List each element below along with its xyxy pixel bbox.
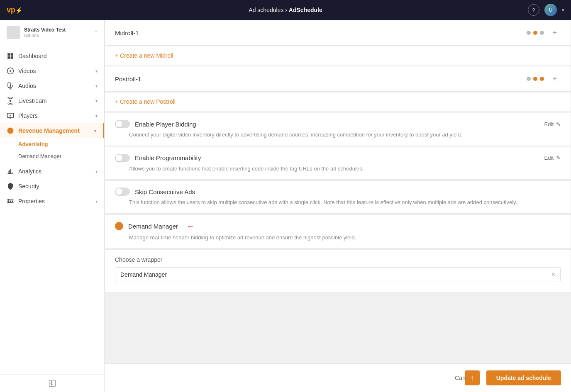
postroll-dot-1 [527, 77, 531, 81]
sidebar-sub-demand-manager[interactable]: Demand Manager [18, 150, 104, 162]
midroll-dot-3 [540, 31, 544, 35]
sidebar-item-label-players: Players [18, 112, 91, 119]
sidebar-item-revenue[interactable]: Revenue Management ▾ [0, 123, 104, 138]
skip-consecutive-header: Skip Consecutive Ads [115, 187, 561, 196]
postroll-dot-3 [540, 77, 544, 81]
midroll-dot-1 [527, 31, 531, 35]
player-bidding-edit[interactable]: Edit ✎ [544, 121, 561, 127]
workspace-caret-icon: ⌃ [94, 30, 98, 35]
sidebar-item-audios[interactable]: Audios ▾ [0, 78, 104, 93]
revenue-caret-icon: ▾ [94, 129, 96, 133]
postroll-dots [527, 77, 544, 81]
skip-consecutive-desc: This function allows the users to skip m… [129, 198, 561, 207]
midroll-add-button[interactable]: + [549, 27, 561, 39]
svg-rect-1 [11, 53, 13, 56]
player-bidding-toggle[interactable] [115, 120, 130, 128]
breadcrumb: Ad schedules › AdSchedule [249, 7, 322, 13]
demand-manager-toggle-on[interactable] [115, 222, 123, 230]
sidebar-item-players[interactable]: Players ▾ [0, 108, 104, 123]
create-midroll-label: + Create a new Midroll [115, 52, 173, 59]
demand-manager-arrow: ← [186, 222, 195, 231]
main-content: Midroll-1 + + Create a new Midroll Postr… [105, 20, 571, 392]
sidebar-item-label-analytics: Analytics [18, 168, 91, 175]
programmability-desc: Allows you to create functions that enab… [129, 165, 561, 173]
postroll-row: Postroll-1 + [115, 73, 561, 85]
demand-manager-header: Demand Manager ← [115, 222, 561, 231]
postroll-add-button[interactable]: + [549, 73, 561, 85]
sidebar-sub-advertising[interactable]: Advertising [18, 138, 104, 150]
workspace-info: Straits Video Test options [24, 27, 90, 38]
workspace-name: Straits Video Test [24, 27, 90, 33]
wrapper-select[interactable]: Demand Manager × [115, 267, 561, 282]
workspace-avatar [7, 26, 20, 39]
create-midroll-button[interactable]: + Create a new Midroll [105, 46, 571, 65]
logo: vp⚡ [7, 6, 22, 15]
videos-caret-icon: ▾ [95, 69, 98, 73]
audios-caret-icon: ▾ [95, 84, 98, 88]
sidebar-item-label-revenue: Revenue Management [18, 127, 90, 134]
analytics-caret-icon: ▾ [95, 169, 98, 174]
midroll-title: Midroll-1 [115, 29, 522, 37]
sidebar-item-videos[interactable]: Videos ▾ [0, 63, 104, 78]
content-area: Midroll-1 + + Create a new Midroll Postr… [105, 20, 571, 363]
edit-icon-player-bidding: ✎ [556, 121, 561, 127]
svg-point-15 [10, 201, 11, 202]
create-postroll-button[interactable]: + Create a new Postroll [105, 93, 571, 111]
postroll-card: Postroll-1 + [105, 66, 571, 92]
skip-consecutive-toggle[interactable] [115, 187, 130, 196]
player-bidding-feature: Enable Player Bidding Edit ✎ Connect you… [105, 113, 571, 146]
midroll-dots [527, 31, 544, 35]
midroll-row: Midroll-1 + [115, 27, 561, 39]
breadcrumb-current: AdSchedule [289, 7, 322, 13]
svg-marker-11 [10, 115, 12, 117]
create-postroll-label: + Create a new Postroll [115, 98, 176, 105]
demand-manager-desc: Manage real-time header bidding to optim… [129, 234, 561, 242]
sidebar-collapse-button[interactable] [0, 374, 104, 392]
player-bidding-title: Enable Player Bidding [135, 121, 196, 128]
scroll-to-top-button[interactable]: ↑ [465, 370, 480, 385]
sidebar-item-dashboard[interactable]: Dashboard [0, 49, 104, 63]
sidebar-item-properties[interactable]: Properties ▾ [0, 194, 104, 209]
programmability-feature: Enable Programmability Edit ✎ Allows you… [105, 147, 571, 180]
svg-point-14 [8, 201, 9, 202]
player-bidding-header: Enable Player Bidding Edit ✎ [115, 120, 561, 128]
sidebar-item-analytics[interactable]: Analytics ▾ [0, 164, 104, 179]
demand-manager-feature: Demand Manager ← Manage real-time header… [105, 214, 571, 249]
breadcrumb-prefix: Ad schedules [249, 7, 283, 13]
collapse-sidebar-icon [49, 380, 56, 387]
workspace-sub: options [24, 33, 90, 38]
wrapper-clear-button[interactable]: × [551, 271, 555, 278]
help-button[interactable]: ? [528, 4, 539, 16]
sidebar: Straits Video Test options ⌃ Dashboard V… [0, 20, 105, 392]
wrapper-select-value: Demand Manager [120, 271, 551, 278]
sidebar-item-label-audios: Audios [18, 83, 91, 89]
svg-rect-0 [7, 53, 10, 56]
postroll-title: Postroll-1 [115, 75, 522, 83]
properties-caret-icon: ▾ [95, 199, 98, 204]
players-caret-icon: ▾ [95, 114, 98, 118]
sidebar-item-security[interactable]: Security [0, 179, 104, 194]
demand-manager-title: Demand Manager [128, 223, 178, 230]
avatar-caret-icon[interactable]: ▾ [562, 7, 564, 13]
audios-icon [7, 82, 14, 90]
edit-label-programmability: Edit [544, 155, 554, 161]
livestream-icon [7, 97, 14, 105]
avatar[interactable]: U [544, 4, 557, 16]
top-navigation: vp⚡ Ad schedules › AdSchedule ? U ▾ [0, 0, 571, 20]
skip-consecutive-title: Skip Consecutive Ads [135, 188, 195, 195]
workspace-selector[interactable]: Straits Video Test options ⌃ [0, 20, 104, 45]
svg-rect-2 [7, 56, 10, 59]
player-bidding-desc: Connect your digital video inventory dir… [129, 131, 561, 139]
sidebar-nav: Dashboard Videos ▾ Audios ▾ [0, 45, 104, 374]
programmability-toggle[interactable] [115, 154, 130, 162]
svg-point-16 [12, 201, 13, 202]
footer: ↑ Cancel Update ad schedule [105, 363, 571, 392]
programmability-title: Enable Programmability [135, 154, 201, 161]
programmability-edit[interactable]: Edit ✎ [544, 155, 561, 161]
sidebar-item-label-videos: Videos [18, 68, 91, 74]
sidebar-item-livestream[interactable]: Livestream ▾ [0, 93, 104, 108]
midroll-card: Midroll-1 + [105, 20, 571, 46]
sidebar-item-label-livestream: Livestream [18, 97, 91, 104]
svg-rect-3 [11, 56, 13, 59]
update-ad-schedule-button[interactable]: Update ad schedule [486, 370, 561, 385]
